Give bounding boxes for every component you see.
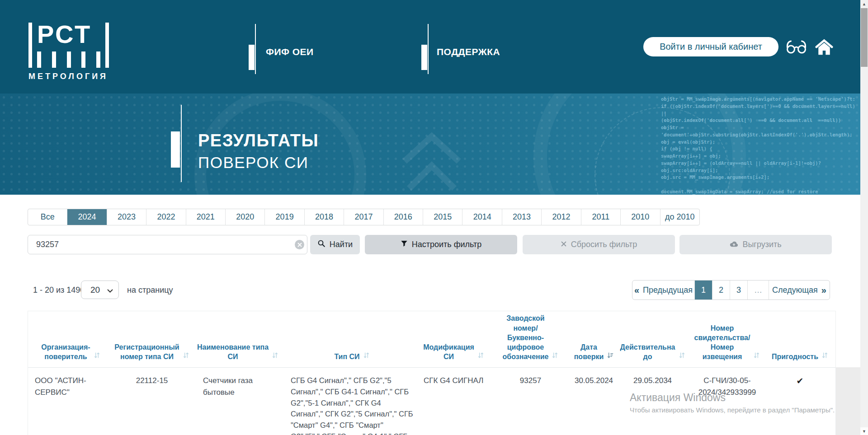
- scroll-up-icon[interactable]: ▲: [860, 0, 868, 8]
- sort-icon[interactable]: [753, 352, 760, 360]
- clear-search-icon[interactable]: [295, 240, 304, 249]
- page-button-1[interactable]: 1: [695, 281, 712, 299]
- column-header-verification-date: Дата поверки: [572, 311, 615, 367]
- pager: « Предыдущая 1 2 3 … Следующая »: [632, 280, 830, 300]
- page-button-3[interactable]: 3: [730, 281, 748, 299]
- cell-reg-number: 22112-15: [113, 368, 190, 435]
- column-header-si-type: Тип СИ: [285, 311, 419, 367]
- year-tab-2024[interactable]: 2024: [67, 209, 107, 225]
- cell-type-name: Счетчики газа бытовые: [190, 368, 285, 435]
- nav-divider: [255, 24, 256, 74]
- page: РСТ МЕТРОЛОГИЯ ФИФ ОЕИ ПОДДЕРЖКА Войти в…: [0, 0, 868, 435]
- windows-activation-watermark: Активация Windows: [630, 392, 726, 404]
- hero-banner: objStr = MM_swapImage.arguments[(navigat…: [0, 94, 868, 195]
- logo-subtext: МЕТРОЛОГИЯ: [28, 72, 109, 81]
- year-tab-2020[interactable]: 2020: [226, 209, 265, 225]
- checkmark-icon: ✔: [764, 368, 835, 435]
- configure-filter-label: Настроить фильтр: [412, 240, 482, 249]
- vertical-scrollbar[interactable]: ▲ ▼: [860, 0, 868, 435]
- sort-icon[interactable]: [552, 352, 558, 360]
- year-tab-2018[interactable]: 2018: [305, 209, 344, 225]
- year-tab-all[interactable]: Все: [28, 209, 67, 225]
- year-tab-2010[interactable]: 2010: [621, 209, 660, 225]
- find-button[interactable]: Найти: [310, 235, 360, 254]
- sort-icon[interactable]: [183, 352, 189, 360]
- search-icon: [317, 239, 326, 250]
- year-tab-before-2010[interactable]: до 2010: [660, 209, 699, 225]
- title-marker-line: [181, 105, 182, 182]
- tower-watermark-icon: [393, 130, 470, 195]
- prev-page-button[interactable]: « Предыдущая: [632, 281, 695, 299]
- sort-icon[interactable]: [821, 352, 828, 360]
- page-background-strip: [836, 367, 860, 435]
- sort-icon[interactable]: [477, 352, 484, 360]
- logo-bar-left: [28, 23, 32, 68]
- login-button[interactable]: Войти в личный кабинет: [643, 37, 778, 56]
- nav-marker: [249, 45, 255, 70]
- year-tab-2017[interactable]: 2017: [344, 209, 383, 225]
- column-header-valid-until: Действительна до: [615, 311, 690, 367]
- decorative-code-overlay: objStr = MM_swapImage.arguments[(navigat…: [661, 96, 860, 195]
- page-title-line1: РЕЗУЛЬТАТЫ: [198, 131, 319, 150]
- scrollbar-thumb[interactable]: [861, 8, 868, 67]
- home-icon[interactable]: [814, 38, 834, 58]
- sort-descending-icon[interactable]: [607, 352, 613, 360]
- year-tabs: Все 2024 2023 2022 2021 2020 2019 2018 2…: [28, 209, 700, 225]
- prev-page-label: Предыдущая: [643, 285, 693, 295]
- cloud-download-icon: [730, 240, 738, 249]
- page-title-line2: ПОВЕРОК СИ: [198, 154, 308, 172]
- nav-item-support[interactable]: ПОДДЕРЖКА: [437, 47, 500, 57]
- sort-icon[interactable]: [94, 352, 100, 360]
- year-tab-2014[interactable]: 2014: [462, 209, 502, 225]
- year-tab-2021[interactable]: 2021: [186, 209, 226, 225]
- reset-filter-label: Сбросить фильтр: [571, 240, 637, 249]
- cell-si-type: СГБ G4 Сигнал"," СГБ G2","5 Сигнал"," СГ…: [285, 368, 419, 435]
- sort-icon[interactable]: [363, 352, 370, 360]
- reset-filter-button[interactable]: Сбросить фильтр: [523, 235, 675, 254]
- column-header-type-name: Наименование типа СИ: [190, 311, 285, 367]
- logo[interactable]: РСТ МЕТРОЛОГИЯ: [28, 23, 109, 81]
- page-ellipsis: …: [748, 281, 769, 299]
- year-tab-2011[interactable]: 2011: [581, 209, 621, 225]
- results-table: Организация- поверитель Регистрационный …: [28, 311, 836, 435]
- configure-filter-button[interactable]: Настроить фильтр: [365, 235, 517, 254]
- nav-marker: [421, 45, 427, 70]
- double-chevron-left-icon: «: [634, 285, 639, 295]
- page-size-select[interactable]: 20: [81, 281, 119, 299]
- cell-verification-date: 30.05.2024: [572, 368, 615, 435]
- funnel-icon: [401, 240, 408, 249]
- year-tab-2023[interactable]: 2023: [107, 209, 146, 225]
- logo-text: РСТ: [37, 23, 100, 46]
- year-tab-2012[interactable]: 2012: [542, 209, 581, 225]
- year-tab-2019[interactable]: 2019: [265, 209, 304, 225]
- table-header-row: Организация- поверитель Регистрационный …: [28, 311, 835, 367]
- search-input[interactable]: [28, 235, 307, 254]
- year-tab-2016[interactable]: 2016: [384, 209, 423, 225]
- nav-item-fif-oei[interactable]: ФИФ ОЕИ: [266, 47, 314, 57]
- nav-divider: [428, 24, 429, 74]
- windows-activation-hint: Чтобы активировать Windows, перейдите в …: [630, 406, 835, 414]
- cell-serial-number: 93257: [489, 368, 572, 435]
- results-range-text: 1 - 20 из 1490: [33, 285, 85, 295]
- scroll-down-icon[interactable]: ▼: [860, 427, 868, 435]
- accessibility-glasses-icon[interactable]: [786, 40, 807, 56]
- page-button-2[interactable]: 2: [712, 281, 730, 299]
- export-button[interactable]: Выгрузить: [679, 235, 832, 254]
- year-tab-2022[interactable]: 2022: [146, 209, 186, 225]
- export-label: Выгрузить: [742, 240, 781, 249]
- x-icon: [561, 240, 567, 249]
- top-header: РСТ МЕТРОЛОГИЯ ФИФ ОЕИ ПОДДЕРЖКА Войти в…: [0, 0, 868, 94]
- year-tab-2015[interactable]: 2015: [423, 209, 462, 225]
- chevron-down-icon: [107, 285, 113, 295]
- next-page-button[interactable]: Следующая »: [769, 281, 830, 299]
- column-header-suitability: Пригодность: [764, 311, 835, 367]
- year-tab-2013[interactable]: 2013: [502, 209, 542, 225]
- page-size-value: 20: [90, 285, 100, 295]
- sort-icon[interactable]: [272, 352, 278, 360]
- per-page-label: на страницу: [127, 285, 173, 295]
- sort-icon[interactable]: [679, 352, 685, 360]
- column-header-certificate-number: Номер свидетельства/ Номер извещения: [690, 311, 764, 367]
- column-header-reg-number: Регистрационный номер типа СИ: [113, 311, 190, 367]
- column-header-modification: Модификация СИ: [419, 311, 489, 367]
- logo-mark: РСТ: [28, 23, 109, 68]
